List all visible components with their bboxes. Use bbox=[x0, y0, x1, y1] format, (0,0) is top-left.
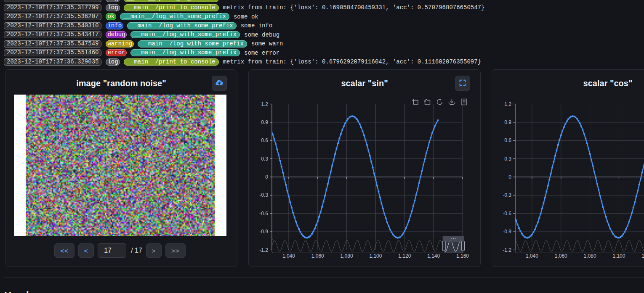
log-level-badge: log bbox=[106, 0, 120, 2]
first-page-button[interactable]: << bbox=[54, 243, 75, 258]
log-timestamp: 2023-12-10T17:37:35.551460 bbox=[4, 49, 101, 56]
next-page-button[interactable]: > bbox=[146, 243, 162, 258]
log-row: 2023-12-10T17:37:35.317799log__main__/pr… bbox=[4, 3, 644, 13]
log-level-badge: info bbox=[106, 22, 123, 29]
download-image-button[interactable] bbox=[212, 76, 227, 91]
svg-text:1.2: 1.2 bbox=[504, 101, 511, 107]
image-pagination: << < / 17 > >> bbox=[3, 243, 237, 258]
svg-text:1,080: 1,080 bbox=[584, 253, 596, 259]
log-level-badge: log bbox=[106, 4, 120, 11]
log-level-badge: debug bbox=[106, 31, 127, 38]
log-row: 2023-12-10T17:37:35.551460error__main__/… bbox=[4, 48, 644, 58]
svg-text:-0.9: -0.9 bbox=[259, 229, 268, 235]
log-row: 2023-12-10T17:37:35.547549warning__main_… bbox=[4, 40, 644, 49]
svg-text:1,100: 1,100 bbox=[612, 253, 625, 259]
prev-page-button[interactable]: < bbox=[78, 243, 94, 258]
log-timestamp: 2023-12-10T17:37:35.536207 bbox=[4, 13, 101, 20]
dashboard-page: 2023-12-10T17:37:35.317799log__main__/pr… bbox=[0, 0, 644, 293]
svg-text:1,120: 1,120 bbox=[398, 253, 411, 259]
log-row: 2023-12-10T17:37:35.536207ok__main__/log… bbox=[4, 12, 644, 21]
svg-text:1,060: 1,060 bbox=[555, 253, 567, 259]
logged-image[interactable] bbox=[14, 95, 226, 236]
data-view-icon[interactable] bbox=[460, 98, 468, 106]
log-timestamp: 2023-12-10T17:37:35.317799 bbox=[4, 0, 101, 2]
log-message: some ok bbox=[234, 13, 258, 20]
svg-text:0: 0 bbox=[508, 174, 511, 180]
svg-text:1.2: 1.2 bbox=[261, 101, 268, 107]
log-timestamp: 2023-12-10T17:37:35.540310 bbox=[4, 22, 101, 29]
restore-icon[interactable] bbox=[436, 98, 443, 106]
log-console: 2023-12-10T17:37:35.317799log__main__/pr… bbox=[0, 0, 644, 66]
log-message: some error bbox=[244, 50, 279, 56]
svg-text:0.6: 0.6 bbox=[261, 137, 268, 143]
next-section-heading: Header bbox=[4, 290, 38, 293]
svg-text:1,060: 1,060 bbox=[311, 253, 324, 259]
log-row-clipped: 2023-12-10T17:37:35.317799log__main__/pr… bbox=[4, 0, 644, 3]
log-message: metrix from train: {'loss': 0.1690584700… bbox=[223, 4, 485, 11]
svg-text:1,040: 1,040 bbox=[282, 253, 295, 259]
cos-chart-title: scalar "cos" bbox=[492, 76, 644, 91]
data-zoom-icon[interactable] bbox=[412, 98, 419, 106]
log-logger-badge: __main__/log_with_some_prefix bbox=[127, 22, 237, 29]
cos-card-header: scalar "cos" bbox=[492, 70, 644, 95]
svg-text:-1.2: -1.2 bbox=[259, 247, 268, 253]
sin-chart-toolbox bbox=[412, 98, 468, 106]
image-card-header: image "random noise" bbox=[5, 70, 237, 95]
sin-chart-card: 1.20.90.60.30-0.3-0.6-0.9-1.21,0401,0601… bbox=[248, 69, 481, 267]
log-row: 2023-12-10T17:37:35.543417debug__main__/… bbox=[4, 30, 644, 40]
sin-zoom-right-handle[interactable] bbox=[462, 241, 465, 251]
random-noise-image bbox=[26, 95, 215, 236]
svg-text:-0.6: -0.6 bbox=[259, 211, 268, 216]
log-message: some info bbox=[241, 22, 273, 29]
section-divider bbox=[3, 277, 644, 277]
svg-text:-0.6: -0.6 bbox=[503, 211, 511, 216]
save-image-icon[interactable] bbox=[448, 98, 455, 106]
svg-text:0: 0 bbox=[265, 174, 268, 180]
log-level-badge: error bbox=[106, 49, 127, 56]
log-logger-badge: __main__/log_with_some_prefix bbox=[130, 31, 240, 38]
log-logger-badge: __main__/log_with_some_prefix bbox=[138, 40, 247, 48]
cos-chart-card: 1.20.90.60.30-0.3-0.6-0.9-1.21,0401,0601… bbox=[492, 69, 644, 267]
page-total-label: / 17 bbox=[130, 247, 142, 254]
sin-chart-title: scalar "sin" bbox=[249, 76, 480, 91]
log-row: 2023-12-10T17:37:36.329035log__main__/pr… bbox=[4, 58, 644, 67]
svg-text:0.3: 0.3 bbox=[261, 156, 268, 162]
cards-row: image "random noise" << < / 17 bbox=[5, 69, 644, 267]
log-message: some debug bbox=[244, 32, 279, 38]
fullscreen-icon bbox=[459, 79, 466, 88]
log-logger-badge: __main__/print_to_console bbox=[124, 58, 219, 66]
log-message: some warn bbox=[251, 40, 283, 47]
fullscreen-button[interactable] bbox=[455, 76, 470, 91]
log-logger-badge: __main__/print_to_console bbox=[124, 0, 219, 2]
log-row: 2023-12-10T17:37:35.540310info__main__/l… bbox=[4, 21, 644, 31]
page-number-input[interactable] bbox=[98, 243, 126, 258]
svg-text:-1.2: -1.2 bbox=[503, 247, 511, 253]
svg-text:-0.3: -0.3 bbox=[503, 192, 511, 198]
last-page-button[interactable]: >> bbox=[165, 243, 186, 258]
log-logger-badge: __main__/log_with_some_prefix bbox=[130, 49, 240, 56]
svg-text:0.9: 0.9 bbox=[261, 119, 268, 125]
log-message: metrix from train: {'loss': 0.6796292079… bbox=[223, 58, 481, 65]
svg-text:0.3: 0.3 bbox=[504, 156, 511, 162]
svg-text:0.9: 0.9 bbox=[504, 119, 511, 125]
svg-text:1,120: 1,120 bbox=[641, 253, 644, 259]
svg-text:1,100: 1,100 bbox=[369, 253, 382, 259]
log-level-badge: log bbox=[106, 58, 120, 66]
log-timestamp: 2023-12-10T17:37:35.547549 bbox=[4, 40, 101, 48]
log-timestamp: 2023-12-10T17:37:35.543417 bbox=[4, 31, 101, 38]
svg-text:1,080: 1,080 bbox=[341, 253, 353, 259]
log-logger-badge: __main__/log_with_some_prefix bbox=[120, 13, 229, 20]
sin-zoom-left-handle[interactable] bbox=[442, 241, 445, 251]
log-logger-badge: __main__/print_to_console bbox=[124, 4, 219, 11]
svg-text:0.6: 0.6 bbox=[504, 137, 511, 143]
svg-text:1,160: 1,160 bbox=[456, 253, 469, 259]
zoom-reset-icon[interactable] bbox=[424, 98, 431, 106]
image-card-title: image "random noise" bbox=[5, 76, 237, 91]
log-timestamp: 2023-12-10T17:37:36.329035 bbox=[4, 58, 101, 66]
log-timestamp: 2023-12-10T17:37:35.317799 bbox=[4, 4, 101, 11]
sin-card-header: scalar "sin" bbox=[249, 70, 480, 95]
cloud-download-icon bbox=[215, 78, 224, 89]
svg-text:1,140: 1,140 bbox=[427, 253, 440, 259]
cos-chart-plot[interactable]: 1.20.90.60.30-0.3-0.6-0.9-1.21,0401,0601… bbox=[492, 70, 644, 267]
svg-text:1,040: 1,040 bbox=[526, 253, 538, 259]
